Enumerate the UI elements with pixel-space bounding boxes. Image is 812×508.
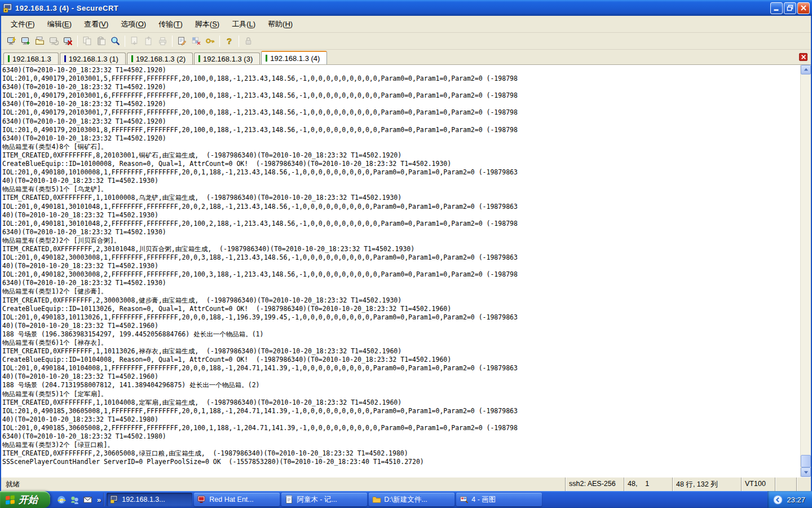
close-tab-icon[interactable] xyxy=(799,53,807,61)
status-panel-emulation: VT100 xyxy=(741,478,775,491)
scrollbar xyxy=(800,65,811,477)
tab-label: 192.168.1.3 (1) xyxy=(69,55,118,63)
menu-item-tools[interactable]: 工具(L) xyxy=(226,17,262,32)
notepad-icon xyxy=(285,495,294,504)
toolbar-separator xyxy=(172,36,173,47)
session-tab-2[interactable]: 192.168.1.3 (2) xyxy=(127,52,193,64)
menu-item-file[interactable]: 文件(F) xyxy=(5,17,41,32)
start-button[interactable]: 开始 xyxy=(0,491,50,508)
terminal-line: IOL:201,0,490180,10100008,1,FFFFFFFF,FFF… xyxy=(2,168,800,177)
scroll-up-icon[interactable] xyxy=(801,65,811,75)
tab-status-indicator xyxy=(8,55,10,62)
scrollbar-track[interactable] xyxy=(801,75,811,467)
clock: 23:27 xyxy=(787,496,805,504)
properties-icon[interactable] xyxy=(175,34,189,48)
terminal-line: ITEM_CREATED,0XFFFFFFFF,2,30605008,绿豆口粮,… xyxy=(2,449,800,458)
session-tab-3[interactable]: 192.168.1.3 (3) xyxy=(194,52,260,64)
toolbar-separator xyxy=(77,36,78,47)
session-tab-1[interactable]: 192.168.1.3 (1) xyxy=(60,52,126,64)
status-panel-spare-1 xyxy=(775,478,796,491)
restore-button[interactable] xyxy=(784,2,796,14)
terminal-line: 6340)(T0=2010-10-20_18:23:32 T1=4502.192… xyxy=(2,134,800,143)
session-tab-4[interactable]: 192.168.1.3 (4) xyxy=(261,51,327,64)
terminal-line: 188 号场景 (204.7131958007812, 141.38940429… xyxy=(2,381,800,389)
terminal-line: ITEM_CREATED,0XFFFFFFFF,2,30101048,川贝百合粥… xyxy=(2,245,800,253)
terminal-line: 6340)(T0=2010-10-20_18:23:32 T1=4502.192… xyxy=(2,117,800,126)
terminal-line: 6340)(T0=2010-10-20_18:23:32 T1=4502.193… xyxy=(2,228,800,237)
terminal-area: 6340)(T0=2010-10-20_18:23:32 T1=4502.192… xyxy=(1,65,811,477)
menu-item-help[interactable]: 帮助(H) xyxy=(262,17,299,32)
status-panel-spare-2 xyxy=(796,478,811,491)
terminal-line: 40)(T0=2010-10-20_18:23:32 T1=4502.1930) xyxy=(2,262,800,270)
toolbar-separator xyxy=(239,36,239,47)
lock-icon xyxy=(241,34,255,48)
close-button[interactable] xyxy=(797,2,810,14)
svg-text:?: ? xyxy=(227,37,232,46)
menu-item-edit[interactable]: 编辑(E) xyxy=(41,17,78,32)
terminal-line: 物品箱里有(类型4)8个 [铜矿石]。 xyxy=(2,143,800,151)
paste-icon xyxy=(94,34,108,48)
quick-connect-icon[interactable] xyxy=(5,34,19,48)
mail-icon[interactable] xyxy=(82,494,93,505)
folder-icon xyxy=(372,495,381,504)
terminal-line: SSScenePlayerCountHandler ServerID=0 Pla… xyxy=(2,458,800,466)
tab-label: 192.168.1.3 (4) xyxy=(270,54,320,63)
securecrt-icon xyxy=(110,495,119,504)
status-panel-encryption: ssh2: AES-256 xyxy=(565,478,624,491)
scroll-down-icon[interactable] xyxy=(801,467,811,477)
paint-icon xyxy=(460,495,469,504)
terminal-output[interactable]: 6340)(T0=2010-10-20_18:23:32 T1=4502.192… xyxy=(1,65,800,477)
terminal-line: ITEM_CREATED,0XFFFFFFFF,2,30003008,健步膏,由… xyxy=(2,296,800,305)
connect-tab-icon[interactable] xyxy=(33,34,47,48)
terminal-line: 40)(T0=2010-10-20_18:23:32 T1=4502.1930) xyxy=(2,177,800,185)
terminal-line: CreateBlueEquip::ID=10113026, Reason=0, … xyxy=(2,305,800,313)
messenger-icon[interactable] xyxy=(69,494,80,505)
key-agent-icon[interactable] xyxy=(203,34,217,48)
find-icon[interactable] xyxy=(108,34,122,48)
print-icon xyxy=(156,34,170,48)
receive-file-icon xyxy=(142,34,156,48)
terminal-line: 40)(T0=2010-10-20_18:23:32 T1=4502.1960) xyxy=(2,322,800,330)
terminal-line: ITEM_CREATED,0XFFFFFFFF,1,10100008,乌龙铲,由… xyxy=(2,194,800,202)
taskbar-button-4[interactable]: 4 - 画图 xyxy=(456,493,542,506)
scrollbar-thumb[interactable] xyxy=(801,455,811,467)
terminal-line: 物品箱里有(类型1)2个 [健步膏]。 xyxy=(2,287,800,296)
tray-collapse-icon[interactable] xyxy=(773,495,783,505)
terminal-line: 40)(T0=2010-10-20_18:23:32 T1=4502.1960) xyxy=(2,373,800,381)
toolbar-separator xyxy=(125,36,125,47)
terminal-line: 6340)(T0=2010-10-20_18:23:32 T1=4502.192… xyxy=(2,83,800,91)
terminal-line: IOL:201,0,490179,20103001,6,FFFFFFFF,FFF… xyxy=(2,91,800,100)
taskbar-button-2[interactable]: 阿童木 - 记... xyxy=(281,493,367,506)
terminal-line: ITEM_CREATED,0XFFFFFFFF,1,10104008,定军扇,由… xyxy=(2,398,800,407)
menu-item-transfer[interactable]: 传输(T) xyxy=(152,17,189,32)
taskbar-button-label: 4 - 画图 xyxy=(471,495,496,505)
ie-icon[interactable]: e xyxy=(56,494,67,505)
menu-item-options[interactable]: 选项(O) xyxy=(114,17,152,32)
send-file-icon xyxy=(127,34,142,48)
status-ready: 就绪 xyxy=(1,478,565,491)
quick-launch-overflow-icon[interactable]: » xyxy=(97,496,101,504)
menu-item-view[interactable]: 查看(V) xyxy=(78,17,114,32)
menu-bar: 文件(F)编辑(E)查看(V)选项(O)传输(T)脚本(S)工具(L)帮助(H) xyxy=(1,16,811,33)
terminal-line: 物品箱里有(类型5)1个 [乌龙铲]。 xyxy=(2,185,800,194)
taskbar: 开始 e » 192.168.1.3...Red Hat Ent...阿童木 -… xyxy=(0,491,812,508)
minimize-button[interactable] xyxy=(770,2,783,14)
terminal-line: 6340)(T0=2010-10-20_18:23:32 T1=4502.198… xyxy=(2,432,800,441)
redhat-icon xyxy=(197,495,206,504)
session-tab-0[interactable]: 192.168.1.3 xyxy=(3,52,59,64)
taskbar-button-3[interactable]: D:\新建文件... xyxy=(369,493,454,506)
taskbar-button-1[interactable]: Red Hat Ent... xyxy=(194,493,280,506)
session-options-icon[interactable] xyxy=(189,34,203,48)
terminal-line: IOL:201,0,490182,30003008,1,FFFFFFFF,FFF… xyxy=(2,253,800,262)
help-icon[interactable]: ? xyxy=(222,34,236,48)
terminal-line: 6340)(T0=2010-10-20_18:23:32 T1=4502.193… xyxy=(2,279,800,287)
terminal-line: IOL:201,0,490181,30101048,2,FFFFFFFF,FFF… xyxy=(2,220,800,228)
taskbar-button-0[interactable]: 192.168.1.3... xyxy=(107,493,192,506)
menu-item-script[interactable]: 脚本(S) xyxy=(189,17,226,32)
terminal-line: 物品箱里有(类型6)1个 [禄存衣]。 xyxy=(2,339,800,347)
terminal-line: IOL:201,0,490181,30101048,1,FFFFFFFF,FFF… xyxy=(2,203,800,211)
disconnect-icon[interactable] xyxy=(61,34,75,48)
connect-icon[interactable] xyxy=(19,34,33,48)
taskbar-button-label: 192.168.1.3... xyxy=(122,496,165,503)
status-panel-terminal-size: 48 行, 132 列 xyxy=(672,478,741,491)
